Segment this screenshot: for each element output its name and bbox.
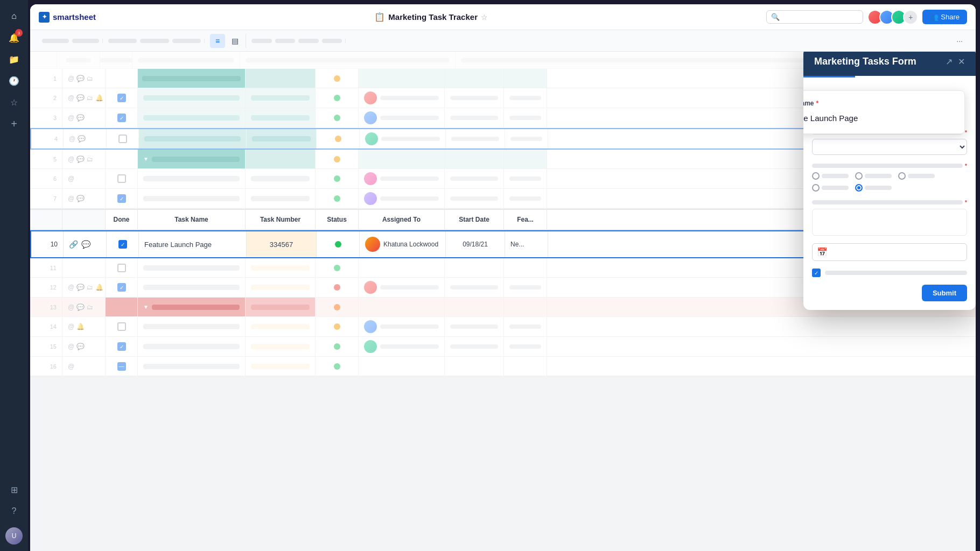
toolbar-placeholder-2 [72, 39, 99, 43]
status-cell [316, 278, 359, 297]
sidebar-item-help[interactable]: ? [4, 501, 24, 521]
row-icons [62, 258, 106, 277]
main-content: ✦ smartsheet 📋 Marketing Task Tracker ☆ … [30, 4, 976, 551]
comment-icon[interactable]: 💬 [76, 75, 85, 82]
task-name-cell-selected[interactable]: Feature Launch Page [139, 231, 247, 257]
radio-option-3[interactable] [898, 172, 935, 180]
status-cell [316, 298, 359, 316]
task-number-cell [246, 298, 316, 316]
form-submit-area: Submit [812, 285, 967, 301]
done-cell [106, 317, 138, 336]
assigned-cell [359, 69, 445, 88]
form-checkbox[interactable]: ✓ [812, 269, 821, 277]
comment-icon[interactable]: 💬 [81, 240, 90, 249]
submit-button[interactable]: Submit [922, 285, 967, 301]
link-icon[interactable]: @ [68, 75, 74, 82]
text-field-label: * [812, 199, 967, 206]
col-header-feature[interactable]: Fea... [504, 210, 547, 229]
dropdown-select[interactable] [812, 139, 967, 155]
share-button[interactable]: 👥 ↗ Share [922, 10, 967, 24]
comment-icon: 💬 [78, 135, 86, 143]
add-collaborator-button[interactable]: + [903, 10, 918, 25]
favorite-star-icon[interactable]: ☆ [481, 13, 488, 22]
feature-cell [505, 129, 548, 149]
task-name-cell [138, 357, 246, 376]
status-cell [316, 337, 359, 356]
sidebar-item-home[interactable]: ⌂ [4, 6, 24, 26]
comment-icon: 💬 [76, 303, 85, 311]
calendar-icon: 📅 [817, 247, 828, 257]
search-input[interactable] [783, 13, 858, 21]
sheet-title[interactable]: Marketing Task Tracker [388, 12, 478, 22]
col-header-status[interactable]: Status [316, 210, 359, 229]
comment-icon: 💬 [76, 156, 85, 163]
radio-field-label: * [812, 163, 967, 169]
col-header-taskname[interactable]: Task Name [138, 210, 246, 229]
link-icon[interactable]: 🔗 [69, 240, 78, 249]
link-icon: @ [68, 284, 74, 291]
task-name-field-value[interactable]: Feature Launch Page [803, 111, 956, 125]
toolbar-placeholder-9 [322, 39, 342, 43]
sidebar-item-add[interactable]: + [4, 114, 24, 133]
link-icon: @ [68, 195, 74, 202]
sidebar-item-recents[interactable]: 🕐 [4, 71, 24, 90]
done-cell [107, 129, 139, 149]
done-cell [106, 169, 138, 188]
done-checkbox-selected[interactable]: ✓ [118, 240, 127, 249]
sidebar-item-favorites[interactable]: ☆ [4, 93, 24, 112]
task-number-cell-selected[interactable]: 334567 [247, 231, 317, 257]
table-row: 14 @ 🔔 [30, 317, 976, 337]
row-number: 5 [30, 150, 62, 168]
startdate-cell [445, 108, 504, 128]
radio-group [812, 172, 967, 180]
form-close-icon[interactable]: ✕ [958, 56, 965, 67]
assigned-cell [359, 150, 445, 168]
done-cell-selected[interactable]: ✓ [107, 231, 139, 257]
checkbox-label [825, 271, 967, 275]
alert-icon: 🔔 [76, 323, 85, 330]
feature-cell [504, 108, 547, 128]
text-field-input[interactable] [812, 209, 967, 236]
sidebar-item-folder[interactable]: 📁 [4, 50, 24, 69]
col-header-startdate[interactable]: Start Date [445, 210, 504, 229]
link-icon: @ [68, 156, 74, 163]
feature-cell-selected: Ne... [505, 231, 548, 257]
feature-cell [504, 189, 547, 208]
status-cell [316, 258, 359, 277]
row-number: 4 [31, 129, 64, 149]
user-avatar[interactable]: U [5, 527, 23, 545]
task-name-cell [138, 317, 246, 336]
sidebar-item-notifications[interactable]: 🔔 3 [4, 28, 24, 47]
gantt-view-btn[interactable]: ▤ [227, 34, 242, 48]
radio-option-5[interactable] [855, 184, 892, 192]
grid-view-btn[interactable]: ≡ [210, 34, 225, 48]
assigned-cell [359, 317, 445, 336]
logo-icon: ✦ [39, 12, 50, 23]
more-options-button[interactable]: ··· [952, 34, 967, 47]
startdate-cell-selected: 09/18/21 [446, 231, 505, 257]
row-icons: @ 🔔 [62, 317, 106, 336]
required-indicator-2: * [965, 129, 967, 136]
toolbar-placeholder-1 [42, 39, 69, 43]
radio-option-4[interactable] [812, 184, 849, 192]
date-input[interactable]: 📅 [812, 243, 967, 261]
radio-option-2[interactable] [855, 172, 892, 180]
attachment-icon[interactable]: 🗂 [87, 75, 93, 82]
avatar [364, 172, 377, 185]
checkbox-row: ✓ [812, 269, 967, 277]
assigned-cell [359, 88, 445, 108]
form-share-icon[interactable]: ↗ [946, 56, 953, 67]
search-box[interactable]: 🔍 [766, 10, 863, 24]
radio-circle-4 [812, 184, 820, 192]
sidebar-item-grid[interactable]: ⊞ [4, 480, 24, 499]
task-name-cell [138, 69, 246, 88]
col-header-tasknum[interactable]: Task Number [246, 210, 316, 229]
row-num-header [30, 210, 62, 229]
row-number: 14 [30, 317, 62, 336]
col-header-assigned[interactable]: Assigned To [359, 210, 445, 229]
radio-option-1[interactable] [812, 172, 849, 180]
row-icons: @ 💬 🗂 [62, 69, 106, 88]
task-number-cell [246, 337, 316, 356]
avatar [364, 281, 377, 294]
done-cell [106, 258, 138, 277]
